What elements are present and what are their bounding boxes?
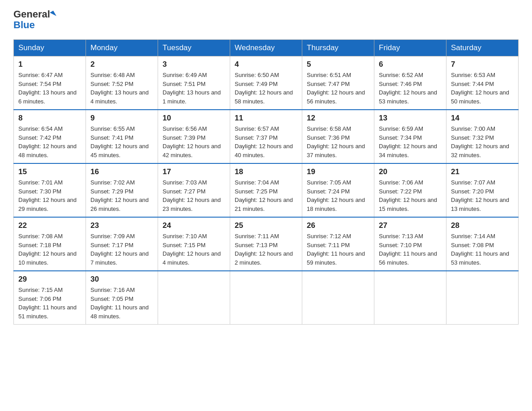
day-number: 24 xyxy=(163,221,225,230)
table-row: 16Sunrise: 7:02 AMSunset: 7:29 PMDayligh… xyxy=(86,163,158,217)
week-row-2: 8Sunrise: 6:54 AMSunset: 7:42 PMDaylight… xyxy=(14,110,519,163)
table-row: 2Sunrise: 6:48 AMSunset: 7:52 PMDaylight… xyxy=(86,56,158,110)
day-info: Sunrise: 6:54 AMSunset: 7:42 PMDaylight:… xyxy=(18,124,81,159)
day-info: Sunrise: 6:48 AMSunset: 7:52 PMDaylight:… xyxy=(90,71,153,106)
day-info: Sunrise: 7:06 AMSunset: 7:22 PMDaylight:… xyxy=(379,178,442,213)
table-row: 21Sunrise: 7:07 AMSunset: 7:20 PMDayligh… xyxy=(446,163,519,217)
day-info: Sunrise: 7:04 AMSunset: 7:25 PMDaylight:… xyxy=(235,178,297,213)
table-row: 12Sunrise: 6:58 AMSunset: 7:36 PMDayligh… xyxy=(302,110,374,163)
day-number: 5 xyxy=(307,60,369,69)
logo-general-text: General xyxy=(13,9,50,20)
week-row-3: 15Sunrise: 7:01 AMSunset: 7:30 PMDayligh… xyxy=(14,163,519,217)
header-wednesday: Wednesday xyxy=(230,40,302,56)
day-info: Sunrise: 6:53 AMSunset: 7:44 PMDaylight:… xyxy=(451,71,514,106)
page-header: General Blue xyxy=(13,9,519,30)
table-row: 23Sunrise: 7:09 AMSunset: 7:17 PMDayligh… xyxy=(86,217,158,271)
day-number: 4 xyxy=(235,60,297,69)
table-row: 27Sunrise: 7:13 AMSunset: 7:10 PMDayligh… xyxy=(374,217,446,271)
day-number: 6 xyxy=(379,60,442,69)
table-row: 7Sunrise: 6:53 AMSunset: 7:44 PMDaylight… xyxy=(446,56,519,110)
header-sunday: Sunday xyxy=(14,40,86,56)
day-info: Sunrise: 7:11 AMSunset: 7:13 PMDaylight:… xyxy=(235,232,297,267)
day-info: Sunrise: 7:16 AMSunset: 7:05 PMDaylight:… xyxy=(90,286,153,321)
day-number: 3 xyxy=(163,60,225,69)
logo-triangle-icon xyxy=(50,11,56,18)
table-row: 15Sunrise: 7:01 AMSunset: 7:30 PMDayligh… xyxy=(14,163,86,217)
table-row: 28Sunrise: 7:14 AMSunset: 7:08 PMDayligh… xyxy=(446,217,519,271)
table-row xyxy=(158,271,230,325)
day-info: Sunrise: 6:56 AMSunset: 7:39 PMDaylight:… xyxy=(163,124,225,159)
day-number: 16 xyxy=(90,167,153,176)
table-row: 10Sunrise: 6:56 AMSunset: 7:39 PMDayligh… xyxy=(158,110,230,163)
day-number: 26 xyxy=(307,221,369,230)
header-monday: Monday xyxy=(86,40,158,56)
day-info: Sunrise: 7:07 AMSunset: 7:20 PMDaylight:… xyxy=(451,178,514,213)
day-number: 20 xyxy=(379,167,442,176)
day-number: 1 xyxy=(18,60,81,69)
day-number: 9 xyxy=(90,114,153,123)
day-info: Sunrise: 7:03 AMSunset: 7:27 PMDaylight:… xyxy=(163,178,225,213)
table-row: 25Sunrise: 7:11 AMSunset: 7:13 PMDayligh… xyxy=(230,217,302,271)
week-row-4: 22Sunrise: 7:08 AMSunset: 7:18 PMDayligh… xyxy=(14,217,519,271)
day-number: 17 xyxy=(163,167,225,176)
table-row: 26Sunrise: 7:12 AMSunset: 7:11 PMDayligh… xyxy=(302,217,374,271)
day-info: Sunrise: 7:00 AMSunset: 7:32 PMDaylight:… xyxy=(451,124,514,159)
day-number: 27 xyxy=(379,221,442,230)
table-row: 13Sunrise: 6:59 AMSunset: 7:34 PMDayligh… xyxy=(374,110,446,163)
table-row xyxy=(230,271,302,325)
table-row: 11Sunrise: 6:57 AMSunset: 7:37 PMDayligh… xyxy=(230,110,302,163)
table-row: 22Sunrise: 7:08 AMSunset: 7:18 PMDayligh… xyxy=(14,217,86,271)
table-row: 18Sunrise: 7:04 AMSunset: 7:25 PMDayligh… xyxy=(230,163,302,217)
day-info: Sunrise: 7:10 AMSunset: 7:15 PMDaylight:… xyxy=(163,232,225,267)
table-row: 8Sunrise: 6:54 AMSunset: 7:42 PMDaylight… xyxy=(14,110,86,163)
day-info: Sunrise: 7:08 AMSunset: 7:18 PMDaylight:… xyxy=(18,232,81,267)
header-tuesday: Tuesday xyxy=(158,40,230,56)
day-info: Sunrise: 6:58 AMSunset: 7:36 PMDaylight:… xyxy=(307,124,369,159)
day-number: 13 xyxy=(379,114,442,123)
day-info: Sunrise: 7:15 AMSunset: 7:06 PMDaylight:… xyxy=(18,286,81,321)
day-info: Sunrise: 6:55 AMSunset: 7:41 PMDaylight:… xyxy=(90,124,153,159)
day-number: 29 xyxy=(18,275,81,284)
day-info: Sunrise: 6:57 AMSunset: 7:37 PMDaylight:… xyxy=(235,124,297,159)
header-friday: Friday xyxy=(374,40,446,56)
table-row: 17Sunrise: 7:03 AMSunset: 7:27 PMDayligh… xyxy=(158,163,230,217)
day-number: 22 xyxy=(18,221,81,230)
table-row: 20Sunrise: 7:06 AMSunset: 7:22 PMDayligh… xyxy=(374,163,446,217)
table-row: 1Sunrise: 6:47 AMSunset: 7:54 PMDaylight… xyxy=(14,56,86,110)
table-row: 5Sunrise: 6:51 AMSunset: 7:47 PMDaylight… xyxy=(302,56,374,110)
day-number: 28 xyxy=(451,221,514,230)
day-info: Sunrise: 6:50 AMSunset: 7:49 PMDaylight:… xyxy=(235,71,297,106)
day-info: Sunrise: 7:12 AMSunset: 7:11 PMDaylight:… xyxy=(307,232,369,267)
day-info: Sunrise: 7:09 AMSunset: 7:17 PMDaylight:… xyxy=(90,232,153,267)
day-number: 19 xyxy=(307,167,369,176)
day-info: Sunrise: 6:49 AMSunset: 7:51 PMDaylight:… xyxy=(163,71,225,106)
header-thursday: Thursday xyxy=(302,40,374,56)
week-row-5: 29Sunrise: 7:15 AMSunset: 7:06 PMDayligh… xyxy=(14,271,519,325)
day-number: 11 xyxy=(235,114,297,123)
table-row: 29Sunrise: 7:15 AMSunset: 7:06 PMDayligh… xyxy=(14,271,86,325)
day-info: Sunrise: 7:14 AMSunset: 7:08 PMDaylight:… xyxy=(451,232,514,267)
day-number: 7 xyxy=(451,60,514,69)
day-number: 25 xyxy=(235,221,297,230)
day-info: Sunrise: 6:59 AMSunset: 7:34 PMDaylight:… xyxy=(379,124,442,159)
day-info: Sunrise: 6:51 AMSunset: 7:47 PMDaylight:… xyxy=(307,71,369,106)
day-number: 12 xyxy=(307,114,369,123)
day-number: 8 xyxy=(18,114,81,123)
table-row: 6Sunrise: 6:52 AMSunset: 7:46 PMDaylight… xyxy=(374,56,446,110)
calendar-table: Sunday Monday Tuesday Wednesday Thursday… xyxy=(13,39,519,325)
day-number: 30 xyxy=(90,275,153,284)
table-row: 24Sunrise: 7:10 AMSunset: 7:15 PMDayligh… xyxy=(158,217,230,271)
day-info: Sunrise: 7:01 AMSunset: 7:30 PMDaylight:… xyxy=(18,178,81,213)
table-row: 4Sunrise: 6:50 AMSunset: 7:49 PMDaylight… xyxy=(230,56,302,110)
day-number: 18 xyxy=(235,167,297,176)
table-row: 30Sunrise: 7:16 AMSunset: 7:05 PMDayligh… xyxy=(86,271,158,325)
day-info: Sunrise: 7:05 AMSunset: 7:24 PMDaylight:… xyxy=(307,178,369,213)
logo-blue-text: Blue xyxy=(13,20,35,30)
table-row xyxy=(446,271,519,325)
day-info: Sunrise: 7:02 AMSunset: 7:29 PMDaylight:… xyxy=(90,178,153,213)
table-row: 3Sunrise: 6:49 AMSunset: 7:51 PMDaylight… xyxy=(158,56,230,110)
day-number: 23 xyxy=(90,221,153,230)
logo: General Blue xyxy=(13,9,55,30)
day-number: 10 xyxy=(163,114,225,123)
day-number: 15 xyxy=(18,167,81,176)
